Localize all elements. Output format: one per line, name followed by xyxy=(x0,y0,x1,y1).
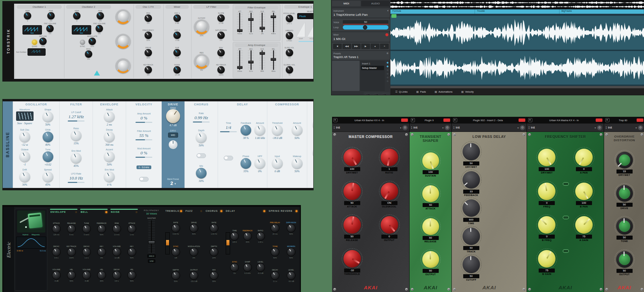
control[interactable]: Spread 45% xyxy=(43,168,53,186)
link-pills-icon[interactable] xyxy=(563,182,569,186)
transport-button[interactable]: ▶▶ xyxy=(352,44,361,49)
control-widget[interactable] xyxy=(43,172,53,182)
fx-knob[interactable]: LEVEL -9.0 dB xyxy=(287,269,296,282)
knob[interactable] xyxy=(97,225,106,233)
knob[interactable] xyxy=(145,32,152,39)
section-led-icon[interactable] xyxy=(136,211,138,213)
fx-knob[interactable]: RATE 4.00 Hz xyxy=(171,222,180,235)
control[interactable]: Reso 15% xyxy=(71,127,82,145)
control[interactable]: Depth 50% xyxy=(196,129,207,147)
akai-knob[interactable]: 600 TIME xyxy=(463,199,480,225)
control-widget[interactable]: 1/4 xyxy=(219,125,238,132)
instrument-box[interactable]: Instrument ▾ 1 TrapXXtreme Left Pan xyxy=(332,8,390,17)
model-knob[interactable]: DECAY 0.5 s xyxy=(52,245,61,259)
tune-display[interactable]: 440.0 xyxy=(147,254,156,258)
control-widget[interactable] xyxy=(196,168,207,179)
knob[interactable] xyxy=(67,271,76,280)
akai-knob[interactable]: 50 TRACK xyxy=(463,228,480,253)
sub-osc-wave-display[interactable] xyxy=(28,48,46,56)
presets-box[interactable]: Presets ⚙ TrapXX AR Tunes 1 xyxy=(332,51,390,60)
gear-icon[interactable]: ⚙ xyxy=(520,125,525,130)
detune-knob[interactable]: DETUNE 30% xyxy=(39,35,47,47)
knob[interactable] xyxy=(190,271,198,280)
synth-knob[interactable]: FINE 2% xyxy=(97,10,104,22)
knob[interactable] xyxy=(286,15,293,22)
model-knob[interactable]: KEY 50% xyxy=(127,245,136,259)
control-widget[interactable] xyxy=(139,177,149,182)
knob[interactable] xyxy=(256,232,265,241)
akai-knob[interactable]: 50 RELEASE xyxy=(343,216,361,241)
akai-knob[interactable]: 1 RATIO xyxy=(381,149,398,174)
knob[interactable] xyxy=(343,183,361,200)
knob[interactable] xyxy=(194,19,209,34)
module-titlebar[interactable]: Plugin 902 - Insert 2 - Dela xyxy=(452,117,527,124)
window-icon[interactable] xyxy=(605,118,609,122)
control[interactable]: Volume 0.0 dB xyxy=(313,116,313,134)
control[interactable]: LFO Rate 10.0 Hz xyxy=(67,173,86,184)
control[interactable]: Amount 1.00 kHz xyxy=(255,122,265,140)
horizontal-scrollbar[interactable] xyxy=(390,86,644,88)
knob[interactable] xyxy=(85,50,92,58)
control[interactable] xyxy=(139,176,149,182)
envelope-slider[interactable]: DEC 0.2 s xyxy=(248,10,254,40)
browser-item[interactable]: Insert 1 xyxy=(361,61,384,66)
osc1-wave-display[interactable]: Saw xyxy=(22,25,42,35)
fx-knob[interactable]: SYNC On xyxy=(230,261,239,274)
knob[interactable] xyxy=(52,225,61,233)
mixer-knob[interactable]: SUB -8 dB xyxy=(173,47,181,59)
knob[interactable] xyxy=(97,12,104,19)
knob[interactable] xyxy=(538,250,555,267)
knob[interactable] xyxy=(82,271,91,280)
fx-knob[interactable]: LEVEL -6.0 dB xyxy=(256,261,265,274)
modulate-knob[interactable]: MODULATE 20% xyxy=(87,35,97,47)
akai-knob[interactable]: 0 FREQ xyxy=(538,183,555,208)
filter-knob[interactable]: SLOPE 12 dB xyxy=(217,12,225,24)
control[interactable]: Amp Amount 0 % xyxy=(135,112,153,124)
knob[interactable] xyxy=(47,12,55,19)
control[interactable]: Env Mod 0 % xyxy=(104,168,115,186)
audio-lane-1[interactable] xyxy=(390,16,644,51)
daw-tab[interactable]: MIDI xyxy=(332,1,361,6)
synth-knob[interactable]: FREQUENCY 50% xyxy=(143,29,154,41)
knob[interactable] xyxy=(343,216,361,234)
transport-button[interactable]: ■ xyxy=(333,44,342,49)
akai-knob[interactable]: 50 DRY/WET xyxy=(463,143,480,168)
knob[interactable] xyxy=(210,224,218,233)
red-badge[interactable] xyxy=(401,118,408,122)
control[interactable]: Octave -1 xyxy=(19,148,30,166)
knob[interactable] xyxy=(422,185,439,202)
knob[interactable] xyxy=(463,228,480,245)
env1-knob[interactable]: GLOBAL VOL 7s xyxy=(283,64,295,76)
synth-knob[interactable]: DRIVE 30% xyxy=(145,47,152,59)
control-widget[interactable] xyxy=(272,158,283,169)
slider[interactable] xyxy=(259,50,265,70)
red-badge[interactable] xyxy=(596,118,602,122)
control[interactable]: Amount 50% xyxy=(292,122,303,140)
model-knob[interactable]: RISE 1.0 ms xyxy=(112,222,121,236)
record-arm-icon[interactable] xyxy=(385,33,388,36)
knob[interactable] xyxy=(422,152,439,169)
fx-knob[interactable]: MODERN 50% xyxy=(287,245,296,259)
knob[interactable] xyxy=(616,218,633,235)
osc-volume-knob[interactable]: OSC VOLUME 0% xyxy=(44,22,56,35)
knob[interactable] xyxy=(271,248,279,256)
akai-knob[interactable]: 100 DRY/WET xyxy=(538,149,555,174)
knob[interactable] xyxy=(343,149,361,166)
transport-button[interactable]: ● xyxy=(371,44,379,49)
module-titlebar[interactable]: Trap 80 xyxy=(604,117,644,124)
synth-knob[interactable]: PAN 0% xyxy=(145,12,152,24)
window-icon[interactable] xyxy=(333,118,337,122)
knob[interactable] xyxy=(463,171,480,189)
fx-knob[interactable]: DEPTH 50% xyxy=(171,269,180,282)
fx-led-icon[interactable] xyxy=(200,210,202,212)
filter-knob[interactable]: ENV 50% xyxy=(217,47,225,59)
knob[interactable] xyxy=(230,263,239,272)
diamond-icon[interactable]: ◆ xyxy=(386,76,388,79)
toolbar-button[interactable]: ☰ Q-Links xyxy=(395,90,408,93)
filter-big-knob[interactable]: CUTOFF 20% xyxy=(194,17,209,37)
control-widget[interactable] xyxy=(313,147,313,158)
control[interactable]: Mix 30% xyxy=(196,165,207,183)
control-widget[interactable] xyxy=(240,158,251,169)
preset-stepper[interactable]: ▴▾ xyxy=(529,126,530,129)
control-widget[interactable] xyxy=(272,125,283,136)
